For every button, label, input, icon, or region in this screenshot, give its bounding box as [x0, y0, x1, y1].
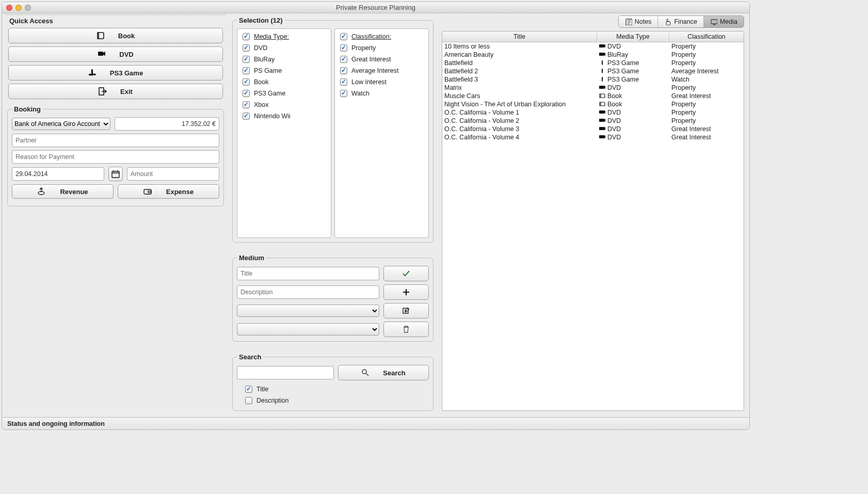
quick-ps3-button[interactable]: PS3 Game [8, 65, 223, 81]
tab-finance-label: Finance [674, 18, 697, 25]
search-input[interactable] [237, 366, 334, 379]
search-button-label: Search [383, 369, 405, 377]
tab-finance[interactable]: Finance [658, 16, 703, 27]
col-classification-header[interactable]: Classification [669, 31, 744, 42]
cell-classification: Watch [669, 75, 744, 84]
media-type-item[interactable]: DVD [240, 42, 328, 54]
table-row[interactable]: O.C. California - Volume 4DVDGreat Inter… [442, 133, 744, 141]
media-type-pane: Media Type: DVDBluRayPS GameBookPS3 Game… [237, 28, 331, 238]
titlebar: Private Resource Planning [2, 2, 749, 13]
media-type-item-label: Xbox [254, 101, 269, 108]
classification-item[interactable]: Average Interest [338, 65, 425, 76]
table-row[interactable]: BattlefieldPS3 GameProperty [442, 59, 744, 67]
cell-title: American Beauty [442, 51, 597, 59]
media-type-item[interactable]: PS Game [240, 65, 328, 76]
table-row[interactable]: Night Vision - The Art of Urban Explorat… [442, 100, 744, 108]
tab-notes[interactable]: Notes [619, 16, 658, 27]
cell-classification: Property [669, 42, 744, 51]
classification-item[interactable]: Property [338, 42, 425, 54]
table-row[interactable]: 10 Items or lessDVDProperty [442, 42, 744, 51]
table-row[interactable]: American BeautyBluRayProperty [442, 51, 744, 59]
table-row[interactable]: Battlefield 3PS3 GameWatch [442, 75, 744, 84]
classification-all-checkbox[interactable]: Classification: [338, 31, 425, 42]
cell-classification: Average Interest [669, 67, 744, 75]
classification-item-label: Great Interest [351, 56, 391, 63]
reason-input[interactable] [12, 150, 219, 164]
table-row[interactable]: Muscle CarsBookGreat Interest [442, 92, 744, 100]
medium-class-select[interactable] [237, 323, 379, 336]
table-row[interactable]: O.C. California - Volume 1DVDProperty [442, 108, 744, 117]
media-type-item[interactable]: PS3 Game [240, 88, 328, 99]
media-type-item-label: PS Game [254, 67, 282, 74]
cell-classification: Great Interest [669, 92, 744, 100]
cell-mediatype: DVD [597, 125, 669, 133]
medium-add-button[interactable] [383, 284, 429, 300]
cell-mediatype: Book [597, 92, 669, 100]
media-type-item[interactable]: Nintendo Wii [240, 110, 328, 122]
table-row[interactable]: O.C. California - Volume 3DVDGreat Inter… [442, 125, 744, 133]
col-mediatype-header[interactable]: Media Type [597, 31, 669, 42]
cell-title: 10 Items or less [442, 42, 597, 51]
medium-header: Medium [237, 254, 266, 262]
cell-mediatype: PS3 Game [597, 67, 669, 75]
expense-icon [143, 187, 152, 196]
medium-type-select[interactable] [237, 305, 379, 317]
monitor-icon [710, 18, 717, 25]
quick-exit-label: Exit [120, 88, 133, 95]
search-description-checkbox[interactable]: Description [243, 395, 429, 406]
tab-media[interactable]: Media [704, 16, 744, 27]
cell-title: O.C. California - Volume 3 [442, 125, 597, 133]
media-type-item[interactable]: Book [240, 76, 328, 88]
amount-input[interactable] [127, 167, 219, 181]
media-type-item[interactable]: Xbox [240, 99, 328, 110]
medium-title-input[interactable] [237, 267, 379, 280]
medium-edit-button[interactable] [383, 303, 429, 318]
note-icon [625, 18, 632, 25]
table-row[interactable]: Battlefield 2PS3 GameAverage Interest [442, 67, 744, 75]
col-title-header[interactable]: Title [442, 31, 597, 42]
cell-title: Matrix [442, 84, 597, 92]
table-row[interactable]: O.C. California - Volume 2DVDProperty [442, 117, 744, 125]
classification-item[interactable]: Low Interest [338, 76, 425, 88]
date-input[interactable] [12, 167, 104, 181]
quick-dvd-label: DVD [119, 51, 133, 58]
mediatype-icon [599, 135, 605, 140]
search-section: Search Search Title Description [232, 353, 433, 411]
mediatype-icon [599, 44, 605, 49]
mediatype-icon [599, 102, 605, 107]
medium-delete-button[interactable] [383, 322, 429, 337]
quick-book-button[interactable]: Book [8, 28, 223, 43]
quick-exit-button[interactable]: Exit [8, 84, 223, 99]
revenue-button[interactable]: Revenue [12, 184, 114, 199]
search-header: Search [237, 353, 263, 361]
media-type-item[interactable]: BluRay [240, 54, 328, 65]
classification-item[interactable]: Great Interest [338, 54, 425, 65]
classification-item[interactable]: Watch [338, 88, 425, 99]
mediatype-icon [599, 93, 605, 99]
search-title-checkbox[interactable]: Title [243, 384, 429, 395]
quick-dvd-button[interactable]: DVD [8, 46, 223, 62]
tab-notes-label: Notes [635, 18, 652, 25]
search-button[interactable]: Search [338, 365, 429, 380]
expense-button[interactable]: Expense [118, 184, 219, 199]
selection-header: Selection (12) [237, 17, 285, 24]
media-type-all-checkbox[interactable]: Media Type: [240, 31, 328, 42]
cell-title: Battlefield [442, 59, 597, 67]
cell-title: O.C. California - Volume 1 [442, 108, 597, 117]
balance-field[interactable] [115, 117, 219, 131]
cell-classification: Great Interest [669, 125, 744, 133]
plus-icon [402, 288, 410, 296]
partner-input[interactable] [12, 134, 219, 147]
calendar-button[interactable] [108, 167, 123, 181]
medium-description-input[interactable] [237, 285, 379, 299]
account-select[interactable]: Bank of America Giro Account [12, 118, 110, 130]
media-table: Title Media Type Classification 10 Items… [442, 31, 744, 411]
window-title: Private Resource Planning [2, 4, 749, 11]
classification-item-label: Average Interest [351, 67, 399, 74]
quick-book-label: Book [118, 32, 135, 40]
mediatype-icon [599, 52, 605, 57]
table-row[interactable]: MatrixDVDProperty [442, 84, 744, 92]
medium-confirm-button[interactable] [383, 266, 429, 281]
edit-icon [402, 307, 410, 315]
check-icon [402, 269, 410, 278]
